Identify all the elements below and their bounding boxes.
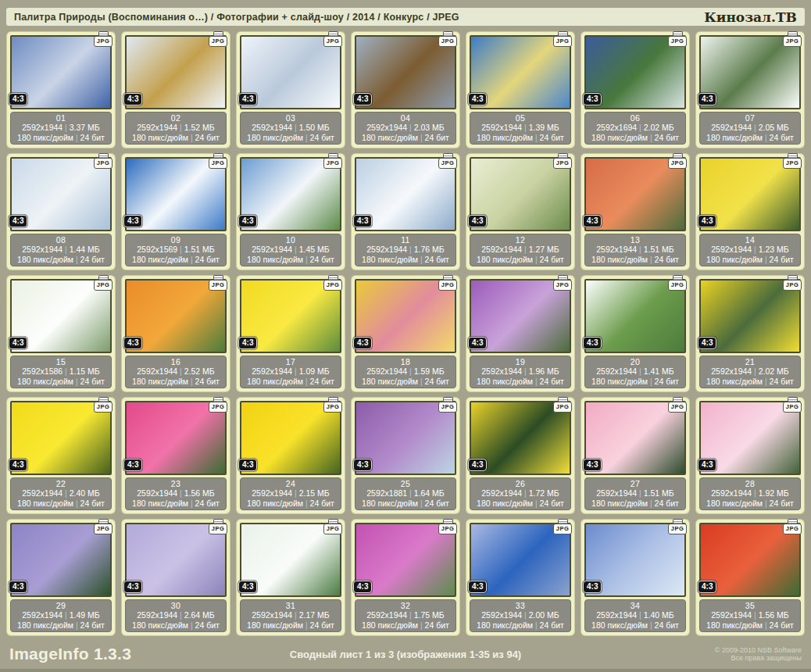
photo-dpi-bits: 180 пикс/дюйм | 24 бит xyxy=(11,620,111,630)
photo-dpi-bits: 180 пикс/дюйм | 24 бит xyxy=(241,620,341,630)
photo-number: 20 xyxy=(585,357,685,366)
photo-dpi-bits: 180 пикс/дюйм | 24 бит xyxy=(355,133,456,142)
photo-dpi-bits: 180 пикс/дюйм | 24 бит xyxy=(11,133,111,142)
photo-number: 04 xyxy=(355,113,456,123)
photo-info-label: 07 2592x1944 | 2.05 МБ 180 пикс/дюйм | 2… xyxy=(699,112,801,145)
photo-card[interactable]: JPG 4:3 10 2592x1944 | 1.45 МБ 180 пикс/… xyxy=(236,153,345,270)
photo-number: 16 xyxy=(126,357,226,366)
photo-number: 21 xyxy=(700,357,800,366)
photo-card[interactable]: JPG 4:3 34 2592x1944 | 1.40 МБ 180 пикс/… xyxy=(581,519,690,636)
photo-dims-size: 2592x1944 | 2.03 МБ xyxy=(355,123,456,132)
photo-info-label: 04 2592x1944 | 2.03 МБ 180 пикс/дюйм | 2… xyxy=(355,112,456,145)
jpg-format-badge: JPG xyxy=(668,519,687,534)
photo-info-label: 05 2592x1944 | 1.39 МБ 180 пикс/дюйм | 2… xyxy=(470,112,571,145)
photo-card[interactable]: JPG 4:3 11 2592x1944 | 1.76 МБ 180 пикс/… xyxy=(351,153,460,270)
photo-dpi-bits: 180 пикс/дюйм | 24 бит xyxy=(585,620,685,630)
photo-card[interactable]: JPG 4:3 26 2592x1944 | 1.72 МБ 180 пикс/… xyxy=(466,397,575,514)
photo-number: 23 xyxy=(126,479,226,488)
jpg-format-label: JPG xyxy=(323,524,342,534)
photo-card[interactable]: JPG 4:3 31 2592x1944 | 2.17 МБ 180 пикс/… xyxy=(236,519,345,636)
photo-card[interactable]: JPG 4:3 03 2592x1944 | 1.50 МБ 180 пикс/… xyxy=(236,31,345,148)
aspect-ratio-badge: 4:3 xyxy=(123,215,142,227)
jpg-format-label: JPG xyxy=(438,36,457,47)
photo-card[interactable]: JPG 4:3 13 2592x1944 | 1.51 МБ 180 пикс/… xyxy=(581,153,690,270)
photo-dims-size: 2592x1944 | 1.23 МБ xyxy=(700,245,800,254)
photo-card[interactable]: JPG 4:3 27 2592x1944 | 1.51 МБ 180 пикс/… xyxy=(581,397,690,514)
footer-bar: ImageInfo 1.3.3 Сводный лист 1 из 3 (изо… xyxy=(0,639,811,669)
photo-card[interactable]: JPG 4:3 12 2592x1944 | 1.27 МБ 180 пикс/… xyxy=(466,153,575,270)
photo-info-label: 31 2592x1944 | 2.17 МБ 180 пикс/дюйм | 2… xyxy=(240,599,341,632)
jpg-format-badge: JPG xyxy=(783,519,802,534)
photo-dims-size: 2592x1944 | 1.75 МБ xyxy=(355,610,456,620)
jpg-format-badge: JPG xyxy=(438,397,457,413)
photo-card[interactable]: JPG 4:3 15 2592x1586 | 1.15 МБ 180 пикс/… xyxy=(6,275,116,392)
aspect-ratio-badge: 4:3 xyxy=(9,215,27,227)
photo-card[interactable]: JPG 4:3 16 2592x1944 | 2.52 МБ 180 пикс/… xyxy=(121,275,230,392)
thumbnail-grid: JPG 4:3 01 2592x1944 | 3.37 МБ 180 пикс/… xyxy=(0,27,811,639)
photo-dims-size: 2592x1944 | 1.59 МБ xyxy=(355,366,456,376)
photo-info-label: 22 2592x1944 | 2.40 МБ 180 пикс/дюйм | 2… xyxy=(10,477,112,510)
photo-card[interactable]: JPG 4:3 33 2592x1944 | 2.00 МБ 180 пикс/… xyxy=(466,519,575,636)
photo-info-label: 10 2592x1944 | 1.45 МБ 180 пикс/дюйм | 2… xyxy=(240,234,341,266)
jpg-format-badge: JPG xyxy=(783,397,802,413)
aspect-ratio-badge: 4:3 xyxy=(698,459,716,471)
photo-card[interactable]: JPG 4:3 22 2592x1944 | 2.40 МБ 180 пикс/… xyxy=(6,397,116,514)
jpg-format-label: JPG xyxy=(323,402,342,413)
photo-dims-size: 2592x1944 | 1.49 МБ xyxy=(11,610,111,620)
photo-card[interactable]: JPG 4:3 01 2592x1944 | 3.37 МБ 180 пикс/… xyxy=(6,31,116,148)
photo-card[interactable]: JPG 4:3 02 2592x1944 | 1.52 МБ 180 пикс/… xyxy=(121,31,230,148)
photo-number: 24 xyxy=(241,479,341,488)
thumbnail-frame: JPG 4:3 xyxy=(470,279,571,353)
jpg-format-label: JPG xyxy=(783,36,802,47)
photo-number: 07 xyxy=(700,113,800,123)
photo-card[interactable]: JPG 4:3 18 2592x1944 | 1.59 МБ 180 пикс/… xyxy=(351,275,460,392)
photo-number: 32 xyxy=(355,601,456,610)
photo-card[interactable]: JPG 4:3 19 2592x1944 | 1.96 МБ 180 пикс/… xyxy=(466,275,575,392)
jpg-format-label: JPG xyxy=(94,36,113,47)
thumbnail-frame: JPG 4:3 xyxy=(125,279,227,353)
photo-card[interactable]: JPG 4:3 06 2592x1694 | 2.02 МБ 180 пикс/… xyxy=(581,31,690,148)
photo-card[interactable]: JPG 4:3 29 2592x1944 | 1.49 МБ 180 пикс/… xyxy=(6,519,116,636)
photo-dpi-bits: 180 пикс/дюйм | 24 бит xyxy=(585,499,685,508)
jpg-format-badge: JPG xyxy=(553,31,572,47)
photo-dpi-bits: 180 пикс/дюйм | 24 бит xyxy=(11,499,111,508)
photo-dims-size: 2592x1944 | 2.52 МБ xyxy=(126,366,226,376)
photo-card[interactable]: JPG 4:3 07 2592x1944 | 2.05 МБ 180 пикс/… xyxy=(695,31,805,148)
photo-info-label: 08 2592x1944 | 1.44 МБ 180 пикс/дюйм | 2… xyxy=(10,234,112,266)
jpg-format-label: JPG xyxy=(553,158,572,169)
thumbnail-frame: JPG 4:3 xyxy=(355,157,456,231)
photo-dpi-bits: 180 пикс/дюйм | 24 бит xyxy=(470,377,570,386)
photo-card[interactable]: JPG 4:3 09 2592x1569 | 1.51 МБ 180 пикс/… xyxy=(121,153,230,270)
photo-info-label: 16 2592x1944 | 2.52 МБ 180 пикс/дюйм | 2… xyxy=(125,356,227,388)
thumbnail-frame: JPG 4:3 xyxy=(470,401,571,475)
jpg-format-badge: JPG xyxy=(553,397,572,413)
photo-card[interactable]: JPG 4:3 20 2592x1944 | 1.41 МБ 180 пикс/… xyxy=(581,275,690,392)
jpg-format-badge: JPG xyxy=(94,519,113,534)
bottom-shadow-strip xyxy=(0,669,811,672)
photo-card[interactable]: JPG 4:3 28 2592x1944 | 1.92 МБ 180 пикс/… xyxy=(695,397,805,514)
photo-card[interactable]: JPG 4:3 08 2592x1944 | 1.44 МБ 180 пикс/… xyxy=(6,153,116,270)
photo-card[interactable]: JPG 4:3 24 2592x1944 | 2.15 МБ 180 пикс/… xyxy=(236,397,345,514)
jpg-format-label: JPG xyxy=(94,280,113,291)
photo-card[interactable]: JPG 4:3 04 2592x1944 | 2.03 МБ 180 пикс/… xyxy=(351,31,460,148)
aspect-ratio-badge: 4:3 xyxy=(353,459,372,471)
photo-card[interactable]: JPG 4:3 21 2592x1944 | 2.02 МБ 180 пикс/… xyxy=(695,275,805,392)
photo-number: 02 xyxy=(126,113,226,123)
jpg-format-label: JPG xyxy=(209,158,227,169)
photo-card[interactable]: JPG 4:3 14 2592x1944 | 1.23 МБ 180 пикс/… xyxy=(695,153,805,270)
copyright-line1: © 2009-2010 NSB Software xyxy=(715,646,802,655)
photo-card[interactable]: JPG 4:3 35 2592x1944 | 1.56 МБ 180 пикс/… xyxy=(695,519,805,636)
photo-card[interactable]: JPG 4:3 25 2592x1881 | 1.64 МБ 180 пикс/… xyxy=(351,397,460,514)
jpg-format-label: JPG xyxy=(783,402,802,413)
photo-dpi-bits: 180 пикс/дюйм | 24 бит xyxy=(700,133,800,142)
photo-dpi-bits: 180 пикс/дюйм | 24 бит xyxy=(585,255,685,264)
jpg-format-label: JPG xyxy=(323,158,342,169)
photo-card[interactable]: JPG 4:3 23 2592x1944 | 1.56 МБ 180 пикс/… xyxy=(121,397,230,514)
photo-card[interactable]: JPG 4:3 32 2592x1944 | 1.75 МБ 180 пикс/… xyxy=(351,519,460,636)
photo-card[interactable]: JPG 4:3 30 2592x1944 | 2.64 МБ 180 пикс/… xyxy=(121,519,230,636)
photo-card[interactable]: JPG 4:3 05 2592x1944 | 1.39 МБ 180 пикс/… xyxy=(466,31,575,148)
aspect-ratio-badge: 4:3 xyxy=(123,337,142,349)
jpg-format-badge: JPG xyxy=(323,397,342,413)
photo-card[interactable]: JPG 4:3 17 2592x1944 | 1.09 МБ 180 пикс/… xyxy=(236,275,345,392)
photo-info-label: 34 2592x1944 | 1.40 МБ 180 пикс/дюйм | 2… xyxy=(584,599,686,632)
